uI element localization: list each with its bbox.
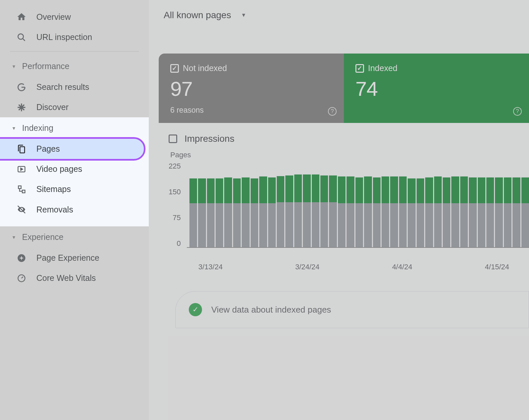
- eye-off-icon: [17, 205, 26, 214]
- sidebar-item-core-web-vitals[interactable]: Core Web Vitals: [0, 268, 149, 288]
- stat-value: 97: [170, 77, 332, 100]
- sidebar-item-pages[interactable]: Pages: [0, 139, 144, 159]
- checkbox-indexed[interactable]: [355, 64, 364, 73]
- sidebar-item-page-experience[interactable]: Page Experience: [0, 248, 149, 268]
- help-icon[interactable]: ?: [513, 107, 522, 116]
- sidebar-section-label: Performance: [22, 61, 69, 71]
- sidebar-item-label: Core Web Vitals: [36, 273, 96, 283]
- stat-subtext: 6 reasons: [170, 106, 332, 115]
- filter-label: All known pages: [164, 10, 231, 20]
- sidebar-item-video-pages[interactable]: Video pages: [0, 159, 149, 179]
- search-icon: [17, 33, 26, 42]
- svg-point-0: [18, 34, 23, 39]
- speedometer-icon: [17, 274, 26, 283]
- help-icon[interactable]: ?: [328, 107, 337, 116]
- sidebar-section-indexing[interactable]: ▼ Indexing: [0, 117, 149, 139]
- asterisk-icon: [17, 103, 26, 112]
- sparkle-icon: [17, 253, 26, 263]
- svg-rect-5: [22, 190, 25, 193]
- y-axis: 225150750: [169, 162, 187, 248]
- chevron-down-icon: ▼: [241, 12, 246, 18]
- stat-label-text: Indexed: [368, 63, 397, 73]
- impressions-toggle[interactable]: Impressions: [159, 123, 529, 147]
- sidebar-divider: [10, 51, 139, 52]
- chevron-down-icon: ▼: [12, 235, 16, 240]
- x-axis: 3/13/243/24/244/4/244/15/24: [169, 254, 529, 271]
- chart-title: Pages: [170, 151, 529, 159]
- sidebar-item-label: Video pages: [36, 164, 82, 174]
- sidebar-section-label: Indexing: [22, 123, 54, 133]
- sidebar-item-label: Page Experience: [36, 253, 99, 263]
- chevron-down-icon: ▼: [12, 126, 16, 131]
- view-data-text: View data about indexed pages: [211, 305, 331, 315]
- sidebar-item-label: Sitemaps: [36, 184, 71, 194]
- checkbox-not-indexed[interactable]: [170, 64, 179, 73]
- sidebar-item-label: Discover: [36, 102, 68, 112]
- google-icon: [17, 83, 26, 92]
- sidebar-item-label: Overview: [36, 12, 71, 22]
- sidebar-item-label: Search results: [36, 82, 89, 92]
- sidebar-item-overview[interactable]: Overview: [0, 7, 149, 27]
- view-indexed-data-link[interactable]: ✓ View data about indexed pages: [175, 291, 529, 328]
- stat-value: 74: [355, 77, 517, 100]
- sitemap-icon: [17, 185, 26, 194]
- pages-icon: [17, 144, 26, 154]
- chart: Pages 225150750 3/13/243/24/244/4/244/15…: [159, 147, 529, 271]
- sidebar-section-performance[interactable]: ▼ Performance: [0, 56, 149, 77]
- sidebar-item-url-inspection[interactable]: URL inspection: [0, 27, 149, 47]
- chart-bars: [187, 162, 529, 248]
- sidebar-item-removals[interactable]: Removals: [0, 199, 149, 220]
- sidebar-item-sitemaps[interactable]: Sitemaps: [0, 179, 149, 199]
- sidebar-section-label: Experience: [22, 232, 63, 242]
- svg-rect-2: [20, 147, 24, 153]
- sidebar-item-label: Pages: [36, 144, 60, 154]
- filter-dropdown[interactable]: All known pages ▼: [164, 7, 246, 24]
- stat-not-indexed[interactable]: Not indexed 97 6 reasons ?: [159, 54, 344, 123]
- sidebar-section-experience[interactable]: ▼ Experience: [0, 226, 149, 248]
- chevron-down-icon: ▼: [12, 64, 16, 69]
- sidebar-item-label: Removals: [36, 205, 73, 214]
- stats-row: Not indexed 97 6 reasons ? Indexed 74 ?: [159, 54, 529, 123]
- stat-label-text: Not indexed: [183, 63, 227, 73]
- check-circle-icon: ✓: [189, 303, 202, 316]
- sidebar-item-search-results[interactable]: Search results: [0, 77, 149, 97]
- checkbox-impressions[interactable]: [169, 134, 177, 143]
- home-icon: [17, 12, 26, 22]
- sidebar-item-discover[interactable]: Discover: [0, 97, 149, 117]
- indexing-highlight-block: ▼ Indexing Pages Video pages Sitemaps: [0, 117, 149, 226]
- impressions-label: Impressions: [184, 134, 234, 144]
- svg-rect-4: [19, 186, 21, 188]
- svg-line-1: [23, 38, 25, 41]
- sidebar-item-label: URL inspection: [36, 32, 92, 42]
- video-icon: [17, 165, 26, 174]
- stat-indexed[interactable]: Indexed 74 ?: [344, 54, 529, 123]
